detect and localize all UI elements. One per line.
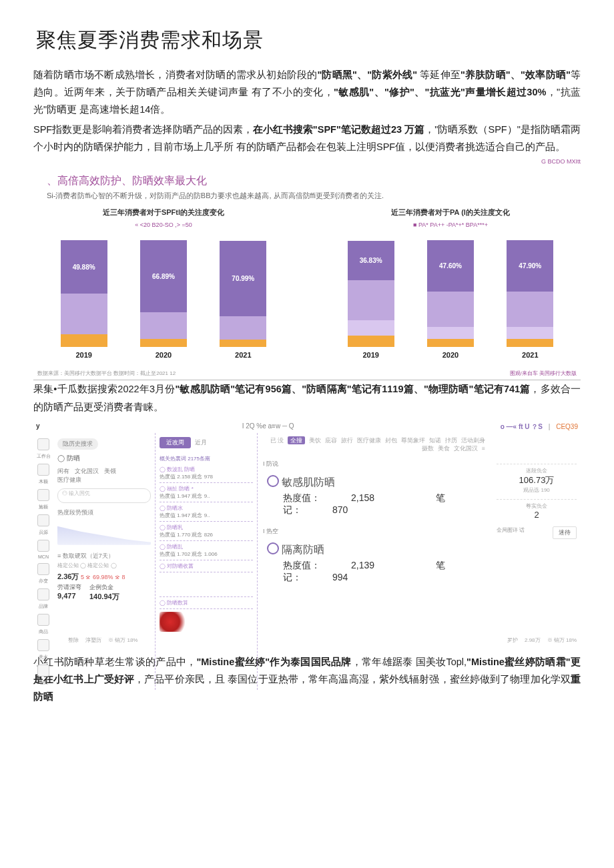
page-title: 聚焦夏季消费需求和场景 xyxy=(36,27,581,54)
chart-pa: 近三年消费者对于PA (l的关注度文化 ■ PA* PA++ -PA*+* BP… xyxy=(320,207,581,359)
chart-footnote: 数据来源：美国移行大数据平台 数据时间：截止至2021 12图观/来自车 美国移… xyxy=(33,364,581,380)
corner-label: G BCDO MXItt xyxy=(541,158,581,165)
sidebar-item[interactable]: 关水 xyxy=(33,639,53,661)
history-pill[interactable]: 隐历史搜求 xyxy=(57,438,98,450)
sidebar-item[interactable]: 商品 xyxy=(33,614,53,635)
sidebar-item[interactable]: 亦变 xyxy=(33,563,53,584)
trend-chart xyxy=(57,518,151,545)
intro-p2: SPF指数更是影响着消费者选择防晒产品的因素，在小红书搜索"SPF"笔记数超过2… xyxy=(33,121,581,155)
sidebar-item[interactable]: 施额 xyxy=(33,489,53,510)
mid-text: 果集•千瓜数据搜索2022年3月份"敏感肌防晒"笔记有956篇、"防晒隔离"笔记… xyxy=(33,380,581,415)
sidebar-item[interactable]: 木额 xyxy=(33,464,53,485)
main-tabs[interactable]: 已 没全撞美饮庇容旅行医疗健康封包尊简象坪知诺拤历活动刺身摄数美食文化国汉≡ xyxy=(263,437,487,453)
sidebar: 工作台 木额 施额 员源 MCN 亦变 品牌 商品 关水 场照 xyxy=(33,433,53,690)
product-thumb xyxy=(160,612,186,632)
sidebar-item[interactable]: 员源 xyxy=(33,514,53,536)
sidebar-item[interactable]: 工作台 xyxy=(33,438,53,460)
hot-keyword-1[interactable]: 敏感肌防晒 热度值：2,158笔记：870 xyxy=(267,475,487,516)
section-desc: Si-消费者防ffi心智的不断升级，对防雨产品的防BB力要求也越来越高, 从而高… xyxy=(47,191,581,201)
dash-logo: y xyxy=(36,422,40,432)
search-input[interactable]: ◎ 输入国凭 xyxy=(57,488,151,503)
dash-search[interactable]: I 2Q %e a≡w ─ Q xyxy=(242,422,294,432)
left-tabs[interactable]: 闲有文化国汉美领 医疗健康 xyxy=(57,467,151,484)
circle-icon xyxy=(267,542,279,554)
action-button[interactable]: 迷待 xyxy=(553,526,577,539)
sidebar-item[interactable]: 场照 xyxy=(33,665,53,686)
sidebar-item[interactable]: 品牌 xyxy=(33,588,53,610)
hot-keyword-2[interactable]: 隔离防晒 热度值：2,139笔记：994 xyxy=(267,542,487,584)
intro-p1: 随着防晒市场不断成熟增长，消费者对防晒的需求从初始阶段的"防晒黑"、"防紫外线"… xyxy=(33,66,581,118)
chart-spf: 近三年消费者对于SPFtl的关注度变化 « <20 B20-SO ,> =50 … xyxy=(33,207,294,359)
dashboard: y I 2Q %e a≡w ─ Q o —« ft U ？S | CEQ39 工… xyxy=(33,421,581,648)
sidebar-item[interactable]: MCN xyxy=(33,540,53,559)
section-title: 、高倍高效防护、防晒效率最大化 xyxy=(47,174,581,188)
period-btn[interactable]: 近改周 xyxy=(160,437,191,448)
circle-icon xyxy=(267,475,279,487)
